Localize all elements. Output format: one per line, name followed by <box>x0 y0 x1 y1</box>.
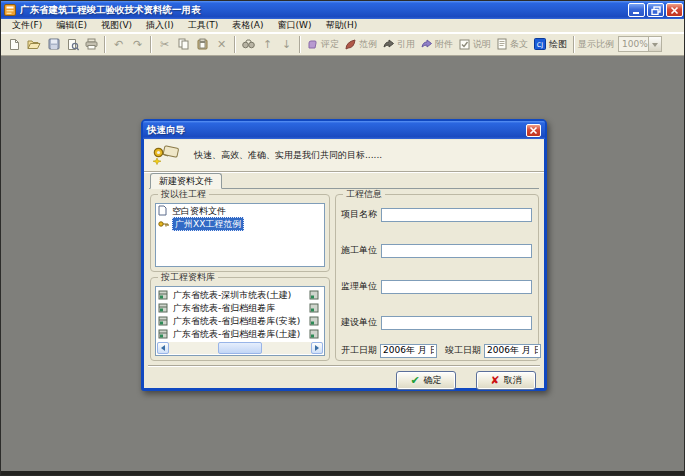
library-item-label: 广东省统表-深圳市统表(土建) <box>171 289 293 301</box>
scrollbar-track[interactable] <box>169 342 311 354</box>
svg-text:CJ: CJ <box>537 41 543 49</box>
zoom-value: 100% <box>619 39 648 49</box>
draw-button[interactable]: CJ 绘图 <box>531 35 570 54</box>
go-down-button[interactable]: ↓ <box>277 35 296 54</box>
dialog-close-button[interactable] <box>526 124 541 137</box>
attachment-label: 附件 <box>435 38 453 51</box>
list-item-blank-file[interactable]: 空白资料文件 <box>156 204 324 217</box>
previous-projects-list[interactable]: 空白资料文件 广州XX工程范例 <box>155 203 325 267</box>
reference-button[interactable]: 引用 <box>380 35 418 54</box>
toolbar-separator <box>299 36 301 53</box>
project-name-input[interactable] <box>381 208 532 222</box>
menu-edit[interactable]: 编辑(E) <box>49 19 94 32</box>
zoom-combobox[interactable]: 100% <box>618 36 662 52</box>
scroll-left-icon[interactable] <box>157 342 169 354</box>
cut-button[interactable]: ✂ <box>155 35 174 54</box>
copy-icon <box>178 38 189 50</box>
library-db-icon <box>158 329 168 339</box>
key-small-icon <box>158 219 169 229</box>
menu-insert[interactable]: 插入(I) <box>139 19 181 32</box>
zoom-label: 显示比例 <box>578 38 614 51</box>
scroll-right-icon[interactable] <box>311 342 323 354</box>
example-button[interactable]: 范例 <box>342 35 380 54</box>
ok-button[interactable]: ✔ 确定 <box>396 371 456 390</box>
menu-window[interactable]: 窗口(W) <box>271 19 319 32</box>
window-title: 广东省建筑工程竣工验收技术资料统一用表 <box>20 4 628 17</box>
menu-view[interactable]: 视图(V) <box>94 19 139 32</box>
cancel-button-label: 取消 <box>504 374 522 387</box>
clipped-label: 广 <box>322 315 323 327</box>
clause-button[interactable]: 条文 <box>494 35 531 54</box>
draw-icon: CJ <box>534 38 546 50</box>
cut-icon: ✂ <box>160 39 169 50</box>
delete-icon: ✕ <box>217 39 226 50</box>
reference-arrow-icon <box>383 39 394 49</box>
library-db-icon <box>158 290 168 300</box>
scrollbar-thumb[interactable] <box>218 342 262 354</box>
library-item[interactable]: 广东省统表-省归档组卷库(安装) <box>156 314 308 327</box>
print-preview-icon <box>67 38 79 51</box>
menu-tools[interactable]: 工具(T) <box>181 19 226 32</box>
library-db-icon <box>158 316 168 326</box>
save-disk-icon <box>48 38 60 50</box>
new-file-button[interactable] <box>5 35 24 54</box>
library-db-icon <box>158 303 168 313</box>
undo-icon: ↶ <box>114 39 123 50</box>
print-button[interactable] <box>82 35 101 54</box>
construction-unit-input[interactable] <box>381 244 532 258</box>
chevron-down-icon[interactable] <box>648 37 661 51</box>
go-up-button[interactable]: ↑ <box>258 35 277 54</box>
clipped-label: 广 <box>322 328 323 340</box>
start-date-input[interactable] <box>380 344 437 358</box>
delete-button[interactable]: ✕ <box>212 35 231 54</box>
example-leaf-icon <box>345 39 356 50</box>
project-info-title: 工程信息 <box>343 189 385 200</box>
wizard-banner: 快速、高效、准确、实用是我们共同的目标...... <box>144 140 544 172</box>
library-item[interactable]: 广东省统表-省归档组卷库 <box>156 301 308 314</box>
toolbar-separator <box>150 36 152 53</box>
open-file-button[interactable] <box>24 35 44 54</box>
completion-date-input[interactable] <box>484 344 541 358</box>
title-bar: 广东省建筑工程竣工验收技术资料统一用表 <box>1 1 685 19</box>
clipped-label: 广 <box>322 302 323 314</box>
toolbar: ↶ ↷ ✂ ✕ ↑ ↓ <box>1 33 685 56</box>
restore-button[interactable] <box>647 3 664 17</box>
library-db-icon <box>309 329 319 339</box>
clause-label: 条文 <box>510 38 528 51</box>
explanation-label: 说明 <box>473 38 491 51</box>
attachment-arrow-icon <box>421 39 432 49</box>
arrow-down-icon: ↓ <box>282 39 291 50</box>
close-button[interactable] <box>666 3 683 17</box>
paste-button[interactable] <box>193 35 212 54</box>
app-window: 广东省建筑工程竣工验收技术资料统一用表 文件(F) 编辑(E) 视图(V) 插入… <box>0 0 685 476</box>
key-icon <box>152 145 182 167</box>
menu-file[interactable]: 文件(F) <box>5 19 49 32</box>
find-button[interactable] <box>239 35 258 54</box>
wizard-slogan: 快速、高效、准确、实用是我们共同的目标...... <box>194 149 382 162</box>
cancel-button[interactable]: ✘ 取消 <box>476 371 536 390</box>
menu-help[interactable]: 帮助(H) <box>318 19 364 32</box>
list-item-example-project[interactable]: 广州XX工程范例 <box>156 217 324 230</box>
save-button[interactable] <box>44 35 63 54</box>
menu-table[interactable]: 表格(A) <box>225 19 270 32</box>
library-db-icon <box>309 303 319 313</box>
library-item[interactable]: 广东省统表-省归档组卷库(土建) <box>156 327 308 340</box>
library-list[interactable]: 广东省统表-深圳市统表(土建) 广东省统表-省归档组卷库 广东省统表-省归档组卷… <box>155 286 325 356</box>
owner-unit-input[interactable] <box>381 316 532 330</box>
library-item[interactable]: 广东省统表-深圳市统表(土建) <box>156 288 308 301</box>
quick-wizard-dialog: 快速向导 快速、高效、准确、实用是我们共同的目标...... 新建资料文件 按以… <box>141 119 547 391</box>
evaluate-button[interactable]: 评定 <box>304 35 342 54</box>
copy-button[interactable] <box>174 35 193 54</box>
undo-button[interactable]: ↶ <box>109 35 128 54</box>
supervision-unit-input[interactable] <box>381 280 532 294</box>
start-date-label: 开工日期 <box>341 344 377 357</box>
explanation-button[interactable]: 说明 <box>456 35 494 54</box>
evaluate-icon <box>307 39 318 50</box>
redo-button[interactable]: ↷ <box>128 35 147 54</box>
attachment-button[interactable]: 附件 <box>418 35 456 54</box>
horizontal-scrollbar[interactable] <box>157 342 323 354</box>
tab-new-data-file[interactable]: 新建资料文件 <box>150 173 222 189</box>
minimize-button[interactable] <box>628 3 645 17</box>
owner-unit-label: 建设单位 <box>341 316 381 329</box>
print-preview-button[interactable] <box>63 35 82 54</box>
